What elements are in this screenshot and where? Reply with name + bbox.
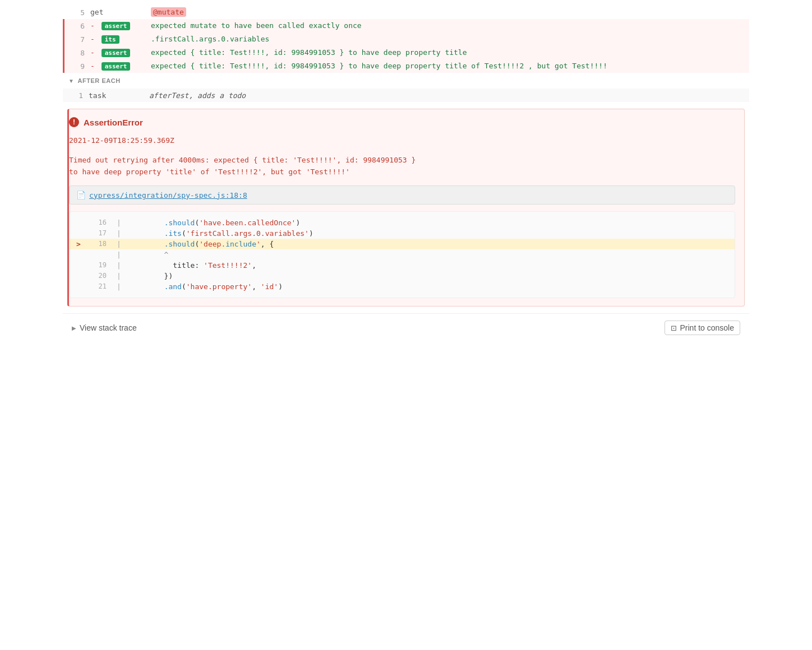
code-line: | ^: [70, 249, 735, 260]
cmd-description: expected { title: Test!!!!, id: 99849910…: [151, 48, 745, 57]
assertion-error-block: ! AssertionError 2021-12-09T18:25:59.369…: [67, 109, 745, 307]
code-line-number: 17: [90, 229, 107, 237]
line-number: 9: [69, 62, 85, 71]
code-line-arrow: >: [76, 240, 87, 248]
error-timestamp: 2021-12-09T18:25:59.369Z: [69, 135, 735, 147]
line-number: 6: [69, 21, 85, 30]
file-icon: 📄: [76, 191, 86, 199]
code-content: title: 'Test!!!!2',: [129, 261, 256, 270]
assertion-error-label: AssertionError: [84, 118, 143, 127]
error-message: Timed out retrying after 4000ms: expecte…: [69, 155, 735, 178]
code-pipe: |: [113, 229, 124, 238]
bottom-bar: ▶ View stack trace ⊡ Print to console: [63, 313, 749, 342]
code-line-number: 20: [90, 272, 107, 280]
code-line: 21| .and('have.property', 'id'): [70, 281, 735, 292]
cmd-prefix: -: [90, 62, 99, 70]
file-link-block[interactable]: 📄 cypress/integration/spy-spec.js:18:8: [69, 185, 735, 205]
code-line-number: 21: [90, 282, 107, 290]
code-pipe: |: [113, 219, 124, 227]
code-line-number: 16: [90, 219, 107, 226]
line-number: 5: [69, 8, 85, 17]
command-row: 7- its.firstCall.args.0.variables: [63, 32, 749, 46]
code-content: }): [129, 272, 173, 280]
cmd-name-area: - assert: [90, 21, 146, 30]
code-content: ^: [129, 250, 168, 259]
cmd-name-area: get: [90, 8, 146, 16]
code-content: .its('firstCall.args.0.variables'): [129, 229, 313, 238]
command-row: 9- assertexpected { title: Test!!!!, id:…: [63, 59, 749, 73]
cmd-badge: assert: [101, 22, 131, 30]
code-pipe: |: [113, 240, 124, 248]
after-each-header[interactable]: ▼ AFTER EACH: [63, 73, 749, 89]
after-each-description: afterTest, adds a todo: [149, 91, 745, 100]
command-row: 5get@mutate: [63, 6, 749, 19]
cmd-description: expected mutate to have been called exac…: [151, 21, 745, 30]
view-stack-trace-button[interactable]: ▶ View stack trace: [72, 323, 137, 332]
cmd-name-area: - assert: [90, 62, 146, 71]
cmd-name-area: - its: [90, 35, 146, 44]
code-pipe: |: [113, 261, 124, 270]
code-line-number: 19: [90, 261, 107, 269]
cmd-prefix: -: [90, 48, 99, 57]
cmd-badge: its: [101, 35, 119, 44]
code-block: 16| .should('have.been.calledOnce')17| .…: [69, 211, 735, 298]
print-to-console-button[interactable]: ⊡ Print to console: [665, 321, 741, 335]
file-link[interactable]: cypress/integration/spy-spec.js:18:8: [89, 191, 247, 199]
code-line: >18| .should('deep.include', {: [70, 239, 735, 249]
code-line-number: 18: [90, 240, 107, 248]
line-number: 8: [69, 48, 85, 57]
after-each-toggle-icon: ▼: [68, 78, 74, 84]
cmd-name-area: - assert: [90, 48, 146, 57]
code-content: .should('have.been.calledOnce'): [129, 219, 300, 227]
cmd-prefix: -: [90, 35, 99, 43]
code-content: .should('deep.include', {: [129, 240, 274, 248]
cmd-description: .firstCall.args.0.variables: [151, 35, 745, 43]
code-pipe: |: [113, 250, 124, 259]
after-each-line-num: 1: [67, 91, 83, 100]
after-each-row: 1 task afterTest, adds a todo: [63, 89, 749, 102]
code-pipe: |: [113, 272, 124, 280]
code-pipe: |: [113, 282, 124, 291]
code-line: 16| .should('have.been.calledOnce'): [70, 217, 735, 228]
code-line: 19| title: 'Test!!!!2',: [70, 260, 735, 271]
stack-trace-toggle-icon: ▶: [72, 325, 76, 331]
print-to-console-label: Print to console: [680, 323, 735, 332]
cmd-badge: assert: [101, 62, 131, 71]
cmd-name-text: get: [90, 8, 103, 16]
after-each-cmd-name: task: [89, 91, 145, 100]
assertion-error-title: ! AssertionError: [69, 117, 735, 127]
cmd-description: @mutate: [151, 8, 745, 16]
cmd-description: expected { title: Test!!!!, id: 99849910…: [151, 62, 745, 70]
code-content: .and('have.property', 'id'): [129, 282, 283, 291]
view-stack-trace-label: View stack trace: [80, 323, 137, 332]
line-number: 7: [69, 35, 85, 44]
cmd-prefix: -: [90, 21, 99, 30]
after-each-label: AFTER EACH: [77, 77, 120, 84]
error-icon: !: [69, 117, 79, 127]
cmd-badge: assert: [101, 49, 131, 57]
terminal-icon: ⊡: [671, 324, 677, 332]
command-row: 6- assertexpected mutate to have been ca…: [63, 19, 749, 32]
code-line: 17| .its('firstCall.args.0.variables'): [70, 228, 735, 239]
command-row: 8- assertexpected { title: Test!!!!, id:…: [63, 46, 749, 59]
code-line: 20| }): [70, 271, 735, 281]
